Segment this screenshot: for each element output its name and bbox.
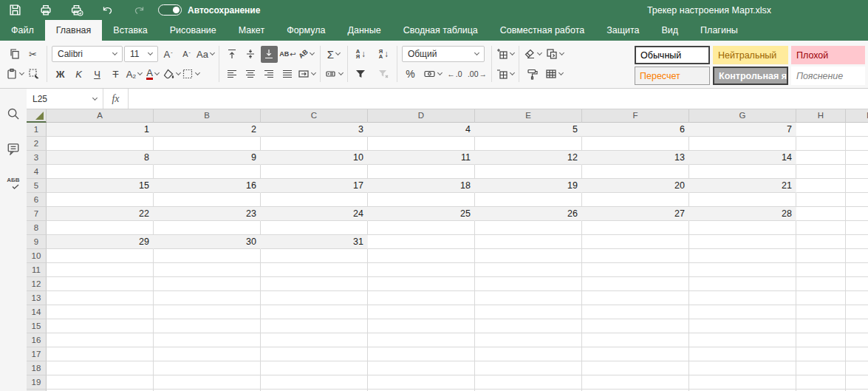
cell-C9[interactable]: 31: [261, 235, 368, 249]
cell-I17[interactable]: [846, 347, 868, 361]
cell-H19[interactable]: [796, 375, 846, 390]
cell-G9[interactable]: [689, 235, 796, 249]
subscript-button[interactable]: A₂: [126, 66, 143, 83]
cell-E9[interactable]: [475, 235, 582, 249]
cell-E1[interactable]: 5: [475, 123, 582, 137]
cell-I18[interactable]: [846, 361, 868, 375]
column-header-B[interactable]: B: [154, 109, 261, 123]
cell-E6[interactable]: [475, 193, 582, 207]
align-center-icon[interactable]: [242, 66, 259, 83]
cell-B8[interactable]: [154, 221, 261, 235]
cell-A10[interactable]: [47, 249, 154, 263]
cell-F9[interactable]: [582, 235, 689, 249]
cell-E2[interactable]: [475, 137, 582, 151]
cut-icon[interactable]: ✂: [24, 46, 41, 63]
cell-E16[interactable]: [475, 333, 582, 347]
cell-G10[interactable]: [689, 249, 796, 263]
cell-A2[interactable]: [47, 137, 154, 151]
cell-I12[interactable]: [846, 277, 868, 291]
cell-D3[interactable]: 11: [368, 151, 475, 165]
row-header-19[interactable]: 19: [27, 375, 47, 390]
quick-print-icon[interactable]: [69, 3, 84, 18]
tab-Вставка[interactable]: Вставка: [102, 20, 158, 41]
cell-B10[interactable]: [154, 249, 261, 263]
column-header-I[interactable]: I: [846, 109, 868, 123]
decrease-decimal-icon[interactable]: ←.0: [446, 66, 463, 83]
bold-button[interactable]: Ж: [52, 66, 69, 83]
clear-icon[interactable]: [524, 46, 541, 63]
row-header-9[interactable]: 9: [27, 235, 47, 249]
cell-I5[interactable]: [846, 179, 868, 193]
increase-font-icon[interactable]: Aˆ: [160, 46, 177, 63]
autosum-button[interactable]: Σ: [325, 46, 342, 63]
cell-B17[interactable]: [154, 347, 261, 361]
cell-E4[interactable]: [475, 165, 582, 179]
cell-H15[interactable]: [796, 319, 846, 333]
cell-I4[interactable]: [846, 165, 868, 179]
cell-H3[interactable]: [796, 151, 846, 165]
borders-icon[interactable]: [182, 66, 199, 83]
select-icon[interactable]: [25, 66, 42, 83]
cell-E10[interactable]: [475, 249, 582, 263]
cell-F8[interactable]: [582, 221, 689, 235]
undo-icon[interactable]: [100, 3, 115, 18]
cell-H17[interactable]: [796, 347, 846, 361]
row-header-17[interactable]: 17: [27, 347, 47, 361]
cell-B12[interactable]: [154, 277, 261, 291]
tab-Формула[interactable]: Формула: [276, 20, 336, 41]
cell-G19[interactable]: [689, 375, 796, 390]
cell-C17[interactable]: [261, 347, 368, 361]
cell-F16[interactable]: [582, 333, 689, 347]
cell-I7[interactable]: [846, 207, 868, 221]
fx-icon[interactable]: fx: [103, 89, 129, 109]
align-top-icon[interactable]: [224, 46, 241, 63]
cell-E8[interactable]: [475, 221, 582, 235]
cell-B3[interactable]: 9: [154, 151, 261, 165]
cell-D16[interactable]: [368, 333, 475, 347]
cell-A17[interactable]: [47, 347, 154, 361]
cell-A7[interactable]: 22: [47, 207, 154, 221]
cell-A15[interactable]: [47, 319, 154, 333]
column-header-H[interactable]: H: [796, 109, 846, 123]
currency-style-icon[interactable]: [423, 66, 442, 83]
cell-A4[interactable]: [47, 165, 154, 179]
cell-A6[interactable]: [47, 193, 154, 207]
cell-I15[interactable]: [846, 319, 868, 333]
cell-D14[interactable]: [368, 305, 475, 319]
cell-C5[interactable]: 17: [261, 179, 368, 193]
copy-icon[interactable]: [6, 46, 23, 63]
cell-C2[interactable]: [261, 137, 368, 151]
cell-A12[interactable]: [47, 277, 154, 291]
cell-H5[interactable]: [796, 179, 846, 193]
cell-style-Плохой[interactable]: Плохой: [791, 46, 865, 64]
cell-F15[interactable]: [582, 319, 689, 333]
cell-B11[interactable]: [154, 263, 261, 277]
cell-I9[interactable]: [846, 235, 868, 249]
cell-E13[interactable]: [475, 291, 582, 305]
cell-B13[interactable]: [154, 291, 261, 305]
cell-I1[interactable]: [846, 123, 868, 137]
cell-B4[interactable]: [154, 165, 261, 179]
cell-F13[interactable]: [582, 291, 689, 305]
cell-A1[interactable]: 1: [47, 123, 154, 137]
cell-A14[interactable]: [47, 305, 154, 319]
cell-I11[interactable]: [846, 263, 868, 277]
cell-E11[interactable]: [475, 263, 582, 277]
column-header-D[interactable]: D: [368, 109, 475, 123]
cell-D6[interactable]: [368, 193, 475, 207]
font-name-select[interactable]: Calibri: [52, 46, 123, 62]
cell-D19[interactable]: [368, 375, 475, 390]
cell-D10[interactable]: [368, 249, 475, 263]
tab-Файл[interactable]: Файл: [0, 20, 45, 41]
cell-I10[interactable]: [846, 249, 868, 263]
underline-button[interactable]: Ч: [89, 66, 106, 83]
cell-C8[interactable]: [261, 221, 368, 235]
cell-C11[interactable]: [261, 263, 368, 277]
cell-E3[interactable]: 12: [475, 151, 582, 165]
cell-D2[interactable]: [368, 137, 475, 151]
cell-H7[interactable]: [796, 207, 846, 221]
insert-cells-icon[interactable]: [496, 46, 514, 63]
spellcheck-icon[interactable]: АБВ: [5, 174, 22, 191]
cell-C1[interactable]: 3: [261, 123, 368, 137]
cell-H1[interactable]: [796, 123, 846, 137]
